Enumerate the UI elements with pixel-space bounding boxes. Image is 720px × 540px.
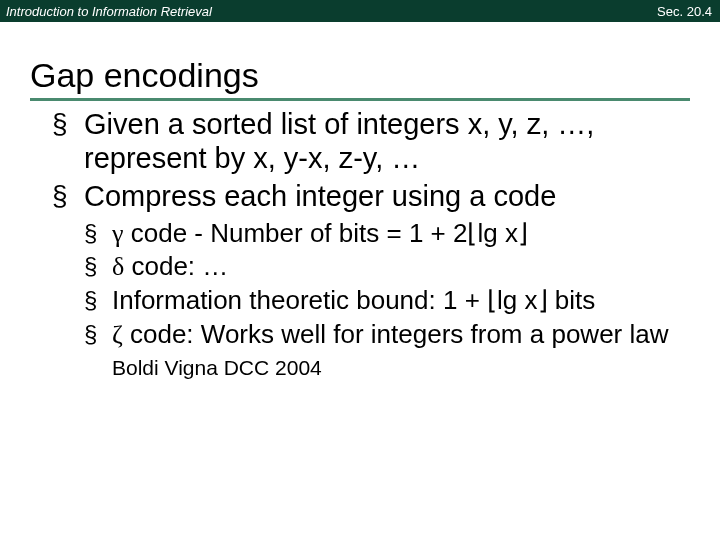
- citation: Boldi Vigna DCC 2004: [112, 356, 322, 379]
- text: code: Works well for integers from a pow…: [123, 319, 669, 349]
- course-title: Introduction to Information Retrieval: [6, 4, 212, 19]
- bullet-item: Given a sorted list of integers x, y, z,…: [30, 107, 690, 175]
- title-block: Gap encodings: [0, 22, 720, 101]
- bullet-item: Compress each integer using a code: [30, 179, 690, 213]
- sub-bullet-item: Information theoretic bound: 1 + ⌊lg x⌋ …: [38, 285, 690, 317]
- sub-bullet-list: γ code - Number of bits = 1 + 2⌊lg x⌋ δ …: [30, 218, 690, 383]
- text: code - Number of bits = 1 + 2: [124, 218, 468, 248]
- floor-right: ⌋: [538, 286, 548, 315]
- section-ref: Sec. 20.4: [657, 4, 712, 19]
- bullet-list: Given a sorted list of integers x, y, z,…: [30, 107, 690, 214]
- bullet-text: Compress each integer using a code: [84, 180, 556, 212]
- zeta-symbol: ζ: [112, 320, 123, 349]
- bullet-text: Given a sorted list of integers x, y, z,…: [84, 108, 594, 174]
- text: bits: [548, 285, 596, 315]
- floor-left: ⌊: [487, 286, 497, 315]
- text: lg x: [477, 218, 517, 248]
- sub-bullet-item: δ code: …: [38, 251, 690, 283]
- gamma-symbol: γ: [112, 219, 124, 248]
- floor-right: ⌋: [518, 219, 528, 248]
- slide-body: Given a sorted list of integers x, y, z,…: [0, 101, 720, 382]
- text: lg x: [497, 285, 537, 315]
- sub-bullet-item: ζ code: Works well for integers from a p…: [38, 319, 690, 382]
- slide-header: Introduction to Information Retrieval Se…: [0, 0, 720, 22]
- floor-left: ⌊: [467, 219, 477, 248]
- slide-title: Gap encodings: [30, 56, 690, 97]
- delta-symbol: δ: [112, 252, 124, 281]
- text: Information theoretic bound: 1 +: [112, 285, 487, 315]
- text: code: …: [124, 251, 228, 281]
- sub-bullet-item: γ code - Number of bits = 1 + 2⌊lg x⌋: [38, 218, 690, 250]
